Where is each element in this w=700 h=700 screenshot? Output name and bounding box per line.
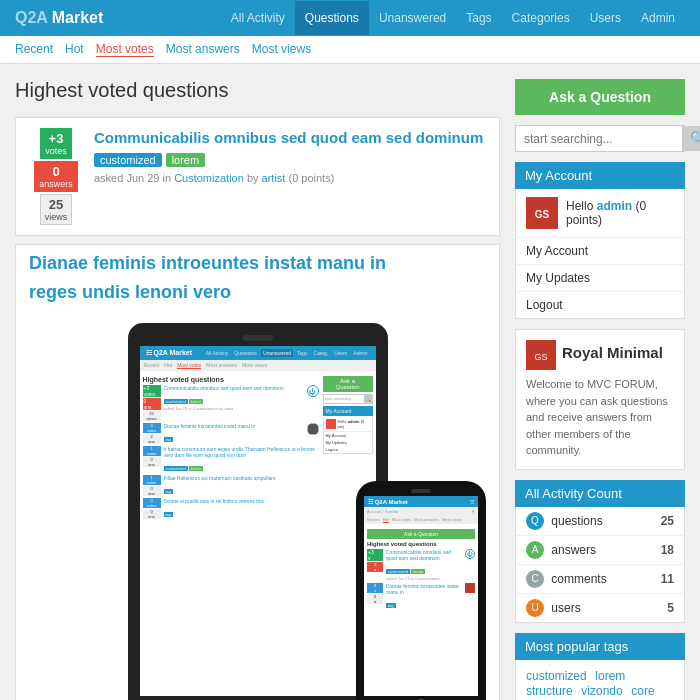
- royal-text: Welcome to MVC FORUM, where you can ask …: [526, 376, 674, 459]
- my-updates-link[interactable]: My Updates: [516, 265, 684, 292]
- mini-q1-meta: asked Jun 29 in Customization by artist: [164, 406, 304, 411]
- mini-subnav-mostviews: Most views: [242, 362, 267, 369]
- phone-device: ☷ Q2A Market ☰ Account / Sidebar ▼ Recen…: [356, 481, 486, 700]
- users-icon: U: [526, 599, 544, 617]
- activity-count-body: Q questions 25 A answers 18 C comments: [515, 507, 685, 623]
- mini-q3-tag2: lorem: [189, 466, 203, 471]
- tag-customized-link[interactable]: customized: [526, 669, 587, 683]
- mini-search-text: start searching...: [324, 395, 364, 403]
- mini-nav-cats: Categ.: [312, 349, 331, 357]
- subnav-recent[interactable]: Recent: [15, 42, 53, 57]
- logo-market: Market: [52, 9, 104, 26]
- activity-icon-answers: A answers: [526, 541, 596, 559]
- mini-ask-btn: Ask a Question: [323, 376, 373, 392]
- tag-structure-link[interactable]: structure: [526, 684, 573, 698]
- tag-customized[interactable]: customized: [94, 153, 162, 167]
- mini-nav: All Activity Questions Unanswered Tags C…: [204, 349, 370, 357]
- tag-lorem[interactable]: lorem: [166, 153, 206, 167]
- mini-ans5: 0ans: [143, 509, 161, 519]
- subnav-most-views[interactable]: Most views: [252, 42, 311, 57]
- mini-q3-tag1: customized: [164, 466, 188, 471]
- subnav-most-votes[interactable]: Most votes: [96, 42, 154, 57]
- devices-area: Dianae feminis introeuntes instat manu i…: [15, 244, 500, 700]
- mini-q1-tags: customizedlorem: [164, 391, 304, 406]
- phone-tag-lorem: lorem: [411, 569, 425, 574]
- mini-votes5: 0votes: [143, 498, 161, 508]
- nav-unanswered[interactable]: Unanswered: [369, 1, 456, 35]
- tag-lorem-link[interactable]: lorem: [595, 669, 625, 683]
- meta-author[interactable]: artist: [262, 172, 286, 184]
- avatar: GS: [526, 197, 558, 229]
- mini-q4: 1votes 0ans Filiae Hellenicus sui matern…: [143, 475, 319, 496]
- phone-ans1: 0a: [367, 562, 383, 572]
- mini-subnav-mostvotes: Most votes: [177, 362, 201, 369]
- main-layout: Highest voted questions +3 votes 0 answe…: [0, 64, 700, 700]
- tag-vizondo-link[interactable]: vizondo: [581, 684, 622, 698]
- meta-category[interactable]: Customization: [174, 172, 244, 184]
- activity-icon-comments: C comments: [526, 570, 607, 588]
- nav-questions[interactable]: Questions: [295, 1, 369, 35]
- answers-count: 0: [39, 164, 73, 179]
- username-link[interactable]: admin: [597, 199, 632, 213]
- mini-search: start searching... 🔍: [323, 394, 373, 404]
- mini-votes3: 1votes: [143, 446, 161, 456]
- account-hello: GS Hello admin (0 points): [516, 189, 684, 238]
- answers-icon: A: [526, 541, 544, 559]
- mini-nav-tags: Tags: [295, 349, 310, 357]
- phone-votes1: +3v: [367, 549, 383, 561]
- nav-tags[interactable]: Tags: [456, 1, 501, 35]
- users-label: users: [551, 600, 580, 614]
- logout-link[interactable]: Logout: [516, 292, 684, 318]
- mini-q4-tags: tag: [164, 481, 319, 496]
- main-nav: All Activity Questions Unanswered Tags C…: [221, 1, 685, 35]
- search-input[interactable]: [516, 126, 682, 151]
- phone-page-title: Highest voted questions: [367, 541, 475, 547]
- tag-core-link[interactable]: core: [631, 684, 654, 698]
- answers-count: 18: [661, 543, 674, 557]
- phone-q2-tag: tag: [386, 603, 396, 608]
- users-count: 5: [667, 601, 674, 615]
- mini-nav-unanswered: Unanswered: [261, 349, 293, 357]
- mini-avatar2: [307, 423, 319, 435]
- question-title[interactable]: Communicabilis omnibus sed quod eam sed …: [94, 129, 483, 146]
- answers-box: 0 answers: [34, 161, 78, 192]
- comments-label: comments: [551, 571, 606, 585]
- phone-q2-tags: tag: [386, 595, 462, 610]
- phone-q1-body: Communicabilis omnibus sed quod eam sed …: [386, 549, 462, 581]
- activity-icon-users: U users: [526, 599, 581, 617]
- mini-search-icon: 🔍: [364, 395, 372, 403]
- activity-count-widget: All Activity Count Q questions 25 A answ…: [515, 480, 685, 623]
- mini-nav-questions: Questions: [232, 349, 259, 357]
- mini-q3-tags: customizedlorem: [164, 458, 319, 473]
- nav-categories[interactable]: Categories: [502, 1, 580, 35]
- mini-q3-title: n fuerat construunt eam reges undis Thar…: [164, 446, 319, 458]
- mini-votes1: +3votes: [143, 385, 161, 397]
- nav-users[interactable]: Users: [580, 1, 631, 35]
- ask-question-button[interactable]: Ask a Question: [515, 79, 685, 115]
- views-box: 25 views: [40, 194, 73, 225]
- subnav-most-answers[interactable]: Most answers: [166, 42, 240, 57]
- phone-tab-recent: Recent: [367, 517, 380, 523]
- search-box: 🔍: [515, 125, 685, 152]
- mini-q2-body: Dianae feminis introeuntes instat manu i…: [164, 423, 304, 444]
- subnav-hot[interactable]: Hot: [65, 42, 84, 57]
- avatar-icon: GS: [528, 199, 556, 227]
- mini-nav-admin: Admin: [351, 349, 369, 357]
- mini-page-title: Highest voted questions: [143, 376, 319, 383]
- mini-q4-body: Filiae Hellenicus sui maternam castitati…: [164, 475, 319, 496]
- mini-q2: 3votes 2ans Dianae feminis introeuntes i…: [143, 423, 319, 444]
- mini-avatar: [326, 419, 336, 429]
- phone-menu-icon: ☰: [470, 499, 474, 505]
- activity-users: U users 5: [516, 594, 684, 622]
- my-account-widget: My Account GS Hello admin (0 points): [515, 162, 685, 319]
- mini-logo: ☷ Q2A Market: [146, 349, 193, 357]
- views-count: 25: [45, 197, 68, 212]
- search-button[interactable]: 🔍: [682, 126, 700, 151]
- meta-by: by: [247, 172, 259, 184]
- nav-admin[interactable]: Admin: [631, 1, 685, 35]
- questions-count: 25: [661, 514, 674, 528]
- nav-all-activity[interactable]: All Activity: [221, 1, 295, 35]
- devices-title-text: Dianae feminis introeuntes instat manu i…: [29, 253, 386, 273]
- question-body: Communicabilis omnibus sed quod eam sed …: [94, 128, 489, 184]
- my-account-link[interactable]: My Account: [516, 238, 684, 265]
